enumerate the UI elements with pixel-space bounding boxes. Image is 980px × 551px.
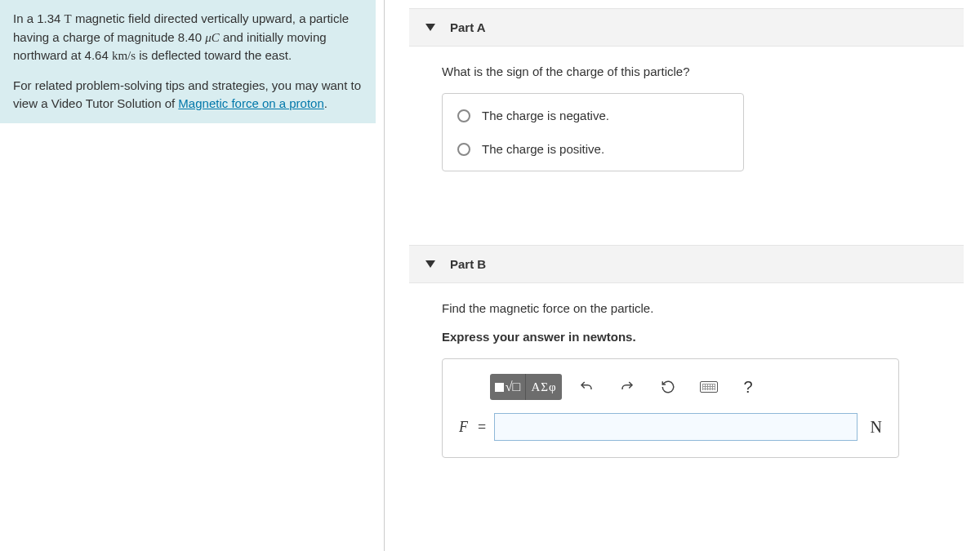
option-negative[interactable]: The charge is negative.	[443, 99, 743, 132]
undo-icon	[579, 380, 594, 394]
caret-down-icon	[425, 24, 435, 31]
greek-button[interactable]: ΑΣφ	[526, 374, 562, 400]
equation-toolbar: √□ ΑΣφ ?	[459, 374, 882, 400]
variable-label: F	[459, 419, 468, 436]
part-b-instruction: Express your answer in newtons.	[442, 330, 931, 344]
part-a-header[interactable]: Part A	[409, 8, 964, 47]
part-a-body: What is the sign of the charge of this p…	[409, 47, 964, 196]
part-a-title: Part A	[450, 20, 486, 34]
problem-statement: In a 1.34 T magnetic field directed vert…	[0, 0, 376, 123]
undo-button[interactable]	[570, 374, 603, 400]
part-a-question: What is the sign of the charge of this p…	[442, 64, 931, 78]
root-icon: √□	[506, 380, 520, 394]
answer-box: √□ ΑΣφ ? F =	[442, 358, 899, 458]
radio-icon	[457, 109, 470, 122]
part-b-title: Part B	[450, 257, 486, 271]
part-b-question: Find the magnetic force on the particle.	[442, 301, 931, 315]
unit-label: N	[871, 418, 882, 437]
help-button[interactable]: ?	[733, 374, 763, 400]
vertical-divider	[384, 0, 385, 551]
answer-input[interactable]	[494, 413, 857, 441]
unit-microcoulomb: μC	[205, 31, 220, 44]
caret-down-icon	[425, 260, 435, 268]
reset-icon	[661, 380, 675, 394]
option-positive[interactable]: The charge is positive.	[443, 132, 743, 166]
text: .	[324, 96, 327, 110]
part-b-header[interactable]: Part B	[409, 245, 964, 283]
templates-button[interactable]: √□	[490, 374, 526, 400]
answer-input-row: F = N	[459, 413, 882, 441]
greek-icon: ΑΣφ	[531, 380, 556, 394]
part-a-options: The charge is negative. The charge is po…	[442, 93, 744, 171]
option-label: The charge is positive.	[482, 142, 604, 156]
video-tutor-link[interactable]: Magnetic force on a proton	[178, 96, 323, 110]
reset-button[interactable]	[652, 374, 684, 400]
redo-icon	[620, 380, 635, 394]
toolbar-group: √□ ΑΣφ	[490, 374, 562, 400]
problem-text-1: In a 1.34 T magnetic field directed vert…	[13, 10, 363, 65]
square-icon	[495, 383, 504, 392]
problem-text-2: For related problem-solving tips and str…	[13, 77, 363, 113]
keyboard-button[interactable]	[693, 374, 725, 400]
text: is deflected toward the east.	[136, 48, 292, 62]
text: In a 1.34	[13, 11, 65, 25]
radio-icon	[457, 143, 470, 156]
keyboard-icon	[700, 381, 718, 393]
equals-sign: =	[478, 419, 486, 436]
unit-tesla: T	[65, 12, 72, 25]
option-label: The charge is negative.	[482, 109, 609, 122]
redo-button[interactable]	[611, 374, 644, 400]
unit-kms: km/s	[112, 49, 136, 62]
part-b-body: Find the magnetic force on the particle.…	[409, 283, 964, 482]
